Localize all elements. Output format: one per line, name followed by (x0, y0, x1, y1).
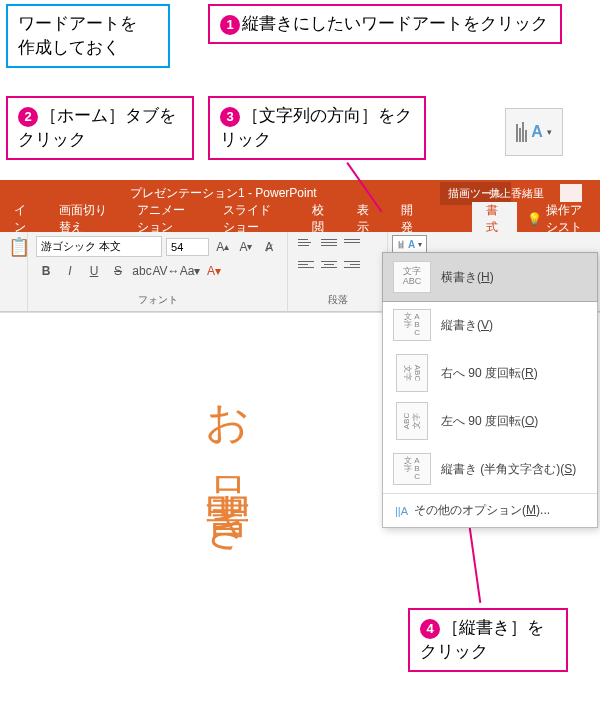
clipboard-group: 📋 (0, 232, 28, 311)
tab-design-partial[interactable]: イン (0, 202, 45, 236)
increase-font-icon[interactable]: A▴ (213, 237, 232, 257)
align-center-button[interactable] (319, 258, 339, 276)
strike-button[interactable]: S (108, 261, 128, 281)
indent-button[interactable] (342, 236, 362, 254)
more-options-icon: ||A (395, 505, 408, 517)
paste-icon[interactable]: 📋 (8, 236, 19, 258)
step1-text: 縦書きにしたいワードアートをクリック (242, 14, 548, 33)
icon-letter-a: A (531, 123, 543, 141)
ribbon-tabs: イン 画面切り替え アニメーション スライド ショー 校閲 表示 開発 書式 💡… (0, 206, 600, 232)
step2-number: 2 (18, 107, 38, 127)
horizontal-icon: 文字 ABC (393, 261, 431, 293)
callout-prep: ワードアートを 作成しておく (6, 4, 170, 68)
clear-format-icon[interactable]: A̷ (260, 237, 279, 257)
vertical-half-icon: 文 A字 B C (393, 453, 431, 485)
tab-format[interactable]: 書式 (472, 202, 517, 236)
menu-rotate-right[interactable]: ABC文字 右へ 90 度回転(R) (383, 349, 597, 397)
window-title: プレゼンテーション1 - PowerPoint (130, 185, 317, 202)
align-left-button[interactable] (296, 258, 316, 276)
callout-step3: 3［文字列の方向］をクリック (208, 96, 426, 160)
tab-slideshow[interactable]: スライド ショー (209, 202, 298, 236)
italic-button[interactable]: I (60, 261, 80, 281)
step1-number: 1 (220, 15, 240, 35)
bullets-button[interactable] (296, 236, 316, 254)
menu-rotate-left[interactable]: ABC文字 左へ 90 度回転(O) (383, 397, 597, 445)
text-dir-a-icon: A (408, 239, 415, 250)
rotate-left-icon: ABC文字 (396, 402, 428, 440)
callout-step4: 4［縦書き］をクリック (408, 608, 568, 632)
change-case-button[interactable]: Aa▾ (180, 261, 200, 281)
step2-text: ［ホーム］タブをクリック (18, 106, 176, 149)
tab-view[interactable]: 表示 (343, 202, 388, 236)
char-spacing-button[interactable]: AV↔ (156, 261, 176, 281)
tab-transitions[interactable]: 画面切り替え (45, 202, 123, 236)
font-color-button[interactable]: A▾ (204, 261, 224, 281)
font-group: 游ゴシック 本文 54 A▴ A▾ A̷ B I U S abc AV↔ Aa▾… (28, 232, 288, 311)
tab-animations[interactable]: アニメーション (123, 202, 209, 236)
font-group-label: フォント (36, 293, 279, 307)
step3-text: ［文字列の方向］をクリック (220, 106, 412, 149)
numbering-button[interactable] (319, 236, 339, 254)
menu-more-options[interactable]: ||A その他のオプション(M)... (383, 494, 597, 527)
text-direction-menu: 文字 ABC 横書き(H) 文 A 字 B C 縦書き(V) ABC文字 右へ … (382, 252, 598, 528)
vertical-icon: 文 A 字 B C (393, 309, 431, 341)
tab-review[interactable]: 校閲 (298, 202, 343, 236)
font-name-select[interactable]: 游ゴシック 本文 (36, 236, 162, 257)
chevron-down-icon: ▾ (418, 240, 422, 249)
step4-number: 4 (420, 619, 440, 632)
menu-vertical-halfwidth[interactable]: 文 A字 B C 縦書き (半角文字含む)(S) (383, 445, 597, 493)
decrease-font-icon[interactable]: A▾ (236, 237, 255, 257)
shadow-button[interactable]: abc (132, 261, 152, 281)
text-direction-enlarged-icon: A ▾ (505, 108, 563, 156)
tell-me[interactable]: 💡操作アシスト (517, 202, 600, 236)
share-icon[interactable] (560, 184, 582, 202)
callout-step1: 1縦書きにしたいワードアートをクリック (208, 4, 562, 44)
menu-horizontal[interactable]: 文字 ABC 横書き(H) (382, 252, 598, 302)
underline-button[interactable]: U (84, 261, 104, 281)
bulb-icon: 💡 (527, 212, 542, 226)
callout-step2: 2［ホーム］タブをクリック (6, 96, 194, 160)
align-right-button[interactable] (342, 258, 362, 276)
tab-developer[interactable]: 開発 (387, 202, 432, 236)
font-size-select[interactable]: 54 (166, 238, 209, 256)
wordart-text[interactable]: お品書き (198, 373, 257, 545)
menu-vertical[interactable]: 文 A 字 B C 縦書き(V) (383, 301, 597, 349)
step3-number: 3 (220, 107, 240, 127)
paragraph-group-label: 段落 (296, 293, 379, 307)
paragraph-group: 段落 (288, 232, 388, 311)
bold-button[interactable]: B (36, 261, 56, 281)
dropdown-arrow-icon: ▾ (547, 127, 552, 137)
user-name: 井上香緒里 (489, 186, 544, 201)
rotate-right-icon: ABC文字 (396, 354, 428, 392)
